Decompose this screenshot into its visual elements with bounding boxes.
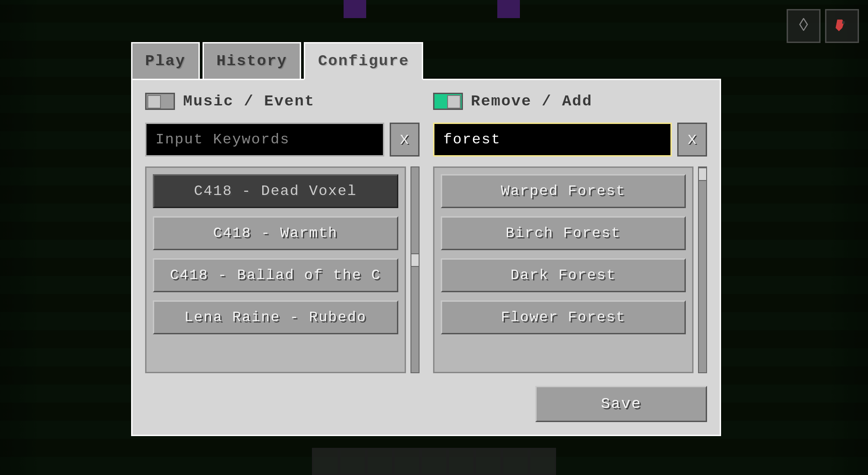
decor <box>497 0 520 18</box>
music-search-input[interactable] <box>145 123 384 157</box>
hotbar-slot[interactable] <box>312 448 339 475</box>
biome-search-clear[interactable]: x <box>677 123 707 157</box>
biome-scrollbar[interactable] <box>698 166 707 373</box>
music-item[interactable]: C418 - Ballad of the C <box>153 258 398 292</box>
hotbar <box>312 448 556 475</box>
music-scrollbar[interactable] <box>410 166 420 373</box>
tab-play[interactable]: Play <box>131 42 200 80</box>
biome-header: Remove / Add <box>433 93 708 110</box>
music-item[interactable]: Lena Raine - Rubedo <box>153 300 398 334</box>
tab-bar: Play History Configure <box>131 41 721 79</box>
hotbar-slot[interactable] <box>420 448 448 475</box>
music-search-row: x <box>145 123 420 157</box>
remove-add-label: Remove / Add <box>471 93 593 110</box>
parrot-icon[interactable] <box>825 9 859 43</box>
svg-rect-0 <box>842 21 845 24</box>
config-dialog: Play History Configure Music / Event x C… <box>131 41 721 439</box>
tab-configure[interactable]: Configure <box>304 42 423 80</box>
hotbar-slot[interactable] <box>475 448 502 475</box>
music-item[interactable]: C418 - Warmth <box>153 216 398 250</box>
hud-icons: ◊ <box>787 9 859 43</box>
music-item[interactable]: C418 - Dead Voxel <box>153 174 398 208</box>
music-event-label: Music / Event <box>183 93 315 110</box>
hotbar-slot[interactable] <box>366 448 393 475</box>
tab-history[interactable]: History <box>203 42 302 80</box>
biome-list-wrap: Warped Forest Birch Forest Dark Forest F… <box>433 166 708 373</box>
config-panel: Music / Event x C418 - Dead Voxel C418 -… <box>131 79 721 436</box>
hotbar-slot[interactable] <box>339 448 366 475</box>
biome-item[interactable]: Birch Forest <box>441 216 686 250</box>
biome-search-row: x <box>433 123 708 157</box>
hotbar-slot[interactable] <box>529 448 556 475</box>
scroll-thumb[interactable] <box>410 253 420 267</box>
music-search-clear[interactable]: x <box>390 123 420 157</box>
music-list-wrap: C418 - Dead Voxel C418 - Warmth C418 - B… <box>145 166 420 373</box>
hotbar-slot[interactable] <box>448 448 475 475</box>
remove-add-toggle[interactable] <box>433 93 463 110</box>
save-button[interactable]: Save <box>535 386 707 422</box>
parrot-svg <box>832 16 852 36</box>
columns: Music / Event x C418 - Dead Voxel C418 -… <box>145 93 707 373</box>
music-event-toggle[interactable] <box>145 93 175 110</box>
biome-search-input[interactable] <box>433 123 672 157</box>
footer-row: Save <box>535 386 707 422</box>
biome-item[interactable]: Flower Forest <box>441 300 686 334</box>
music-column: Music / Event x C418 - Dead Voxel C418 -… <box>145 93 420 373</box>
biome-column: Remove / Add x Warped Forest Birch Fores… <box>433 93 708 373</box>
decor <box>344 0 366 18</box>
biome-item[interactable]: Warped Forest <box>441 174 686 208</box>
biome-item[interactable]: Dark Forest <box>441 258 686 292</box>
hotbar-slot[interactable] <box>393 448 420 475</box>
hotbar-slot[interactable] <box>502 448 529 475</box>
scroll-thumb[interactable] <box>698 167 707 181</box>
music-header: Music / Event <box>145 93 420 110</box>
music-list: C418 - Dead Voxel C418 - Warmth C418 - B… <box>145 166 406 373</box>
biome-list: Warped Forest Birch Forest Dark Forest F… <box>433 166 694 373</box>
shield-icon[interactable]: ◊ <box>787 9 821 43</box>
